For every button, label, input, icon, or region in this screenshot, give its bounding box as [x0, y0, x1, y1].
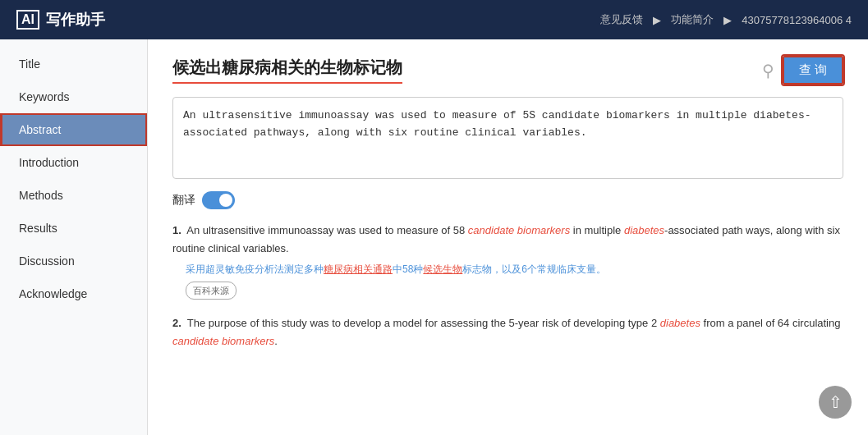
result-item-2: 2. The purpose of this study was to deve…: [172, 314, 843, 350]
nav-arrow-2: ▶: [723, 14, 732, 26]
result-item-1: 1. An ultrasensitive immunoassay was use…: [172, 222, 843, 300]
result-number-2: 2.: [172, 317, 181, 329]
sidebar-item-abstract[interactable]: Abstract: [0, 113, 147, 146]
highlight-candidate-biomarkers-1: candidate biomarkers: [468, 224, 570, 236]
header-nav: 意见反馈 ▶ 功能简介 ▶ 43075778123964006 4: [600, 12, 852, 27]
translate-row: 翻译: [172, 191, 843, 209]
sidebar-item-title[interactable]: Title: [0, 48, 147, 80]
feedback-link[interactable]: 意见反馈: [600, 12, 643, 27]
sidebar-item-keywords[interactable]: Keywords: [0, 80, 147, 113]
logo: AI 写作助手: [16, 10, 105, 30]
highlight-diabetes-1: diabetes: [624, 224, 664, 236]
chinese-underline-pathway: 糖尿病相关通路: [324, 263, 393, 275]
abstract-text-box[interactable]: An ultrasensitive immunoassay was used t…: [172, 97, 843, 179]
sidebar: Title Keywords Abstract Introduction Met…: [0, 39, 148, 435]
query-button[interactable]: 查 询: [783, 56, 843, 85]
sidebar-item-methods[interactable]: Methods: [0, 179, 147, 212]
main-layout: Title Keywords Abstract Introduction Met…: [0, 39, 868, 435]
logo-ai-box: AI: [16, 10, 39, 30]
features-link[interactable]: 功能简介: [671, 12, 714, 27]
content-area: 候选出糖尿病相关的生物标记物 ⚲ 查 询 An ultrasensitive i…: [148, 39, 868, 435]
translate-toggle[interactable]: [202, 191, 235, 209]
content-header: 候选出糖尿病相关的生物标记物 ⚲ 查 询: [172, 56, 843, 85]
search-icon[interactable]: ⚲: [762, 61, 774, 80]
logo-text: 写作助手: [46, 10, 105, 30]
sidebar-item-discussion[interactable]: Discussion: [0, 245, 147, 277]
result-number-1: 1.: [172, 224, 181, 236]
highlight-candidate-biomarkers-2: candidate biomarkers: [172, 335, 274, 347]
chinese-translation-1: 采用超灵敏免疫分析法测定多种糖尿病相关通路中58种候选生物标志物，以及6个常规临…: [186, 261, 843, 277]
header: AI 写作助手 意见反馈 ▶ 功能简介 ▶ 43075778123964006 …: [0, 0, 868, 39]
highlight-diabetes-2: diabetes: [660, 317, 700, 329]
user-id: 43075778123964006 4: [742, 14, 852, 26]
chinese-underline-biomarker: 候选生物: [423, 263, 462, 275]
nav-arrow-1: ▶: [653, 14, 661, 26]
translate-label: 翻译: [172, 193, 195, 208]
sidebar-item-introduction[interactable]: Introduction: [0, 146, 147, 179]
content-title: 候选出糖尿病相关的生物标记物: [172, 57, 402, 84]
scroll-to-top-button[interactable]: ⇧: [819, 386, 852, 419]
source-badge-1[interactable]: 百科来源: [186, 282, 237, 300]
sidebar-item-acknowledge[interactable]: Acknowledge: [0, 277, 147, 310]
sidebar-item-results[interactable]: Results: [0, 212, 147, 245]
